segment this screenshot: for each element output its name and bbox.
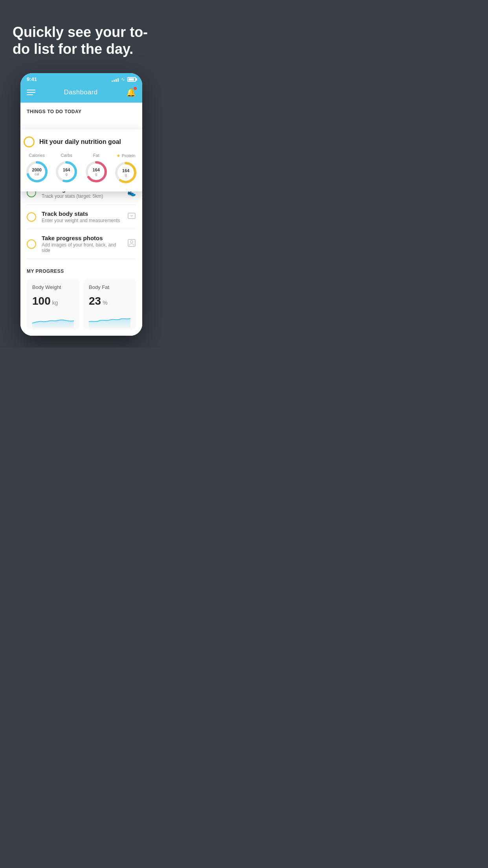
body-weight-card-title: Body Weight — [32, 284, 74, 290]
nutrition-card-header: Hit your daily nutrition goal — [24, 136, 139, 147]
hero-title: Quickly see your to-do list for the day. — [13, 24, 150, 57]
wifi-icon: ∿ — [121, 77, 125, 82]
todo-list: Running Track your stats (target: 5km) 👟… — [20, 180, 142, 259]
things-to-do-header: THINGS TO DO TODAY — [20, 103, 142, 118]
protein-label: ★ Protein — [116, 153, 136, 158]
progress-cards: Body Weight 100 kg — [27, 279, 136, 329]
carbs-unit: g — [63, 172, 70, 176]
todo-item-body-stats[interactable]: Track body stats Enter your weight and m… — [27, 205, 136, 229]
nutrition-card-title: Hit your daily nutrition goal — [39, 138, 121, 145]
calories-unit: cal — [32, 172, 42, 176]
nutrition-metrics: Calories 2000 cal — [24, 153, 139, 184]
calories-donut: 2000 cal — [25, 160, 49, 184]
header-title: Dashboard — [64, 88, 98, 96]
nutrition-check-circle — [24, 136, 35, 147]
running-subtitle: Track your stats (target: 5km) — [42, 193, 122, 199]
body-weight-unit: kg — [52, 300, 58, 306]
hamburger-menu-icon[interactable] — [27, 90, 35, 95]
body-fat-value-row: 23 % — [89, 295, 130, 307]
protein-donut: 164 g — [114, 161, 138, 184]
body-weight-value-row: 100 kg — [32, 295, 74, 307]
scale-icon — [127, 211, 136, 222]
progress-photos-subtitle: Add images of your front, back, and side — [42, 242, 122, 253]
status-icons: ∿ — [112, 77, 136, 82]
status-bar: 9:41 ∿ — [20, 73, 142, 84]
progress-section: MY PROGRESS Body Weight 100 kg — [20, 259, 142, 336]
status-time: 9:41 — [27, 76, 37, 82]
body-stats-subtitle: Enter your weight and measurements — [42, 218, 122, 223]
body-stats-title: Track body stats — [42, 210, 122, 217]
svg-rect-8 — [128, 213, 135, 219]
body-weight-card: Body Weight 100 kg — [27, 279, 79, 329]
progress-photos-title: Take progress photos — [42, 235, 122, 241]
app-body: THINGS TO DO TODAY Hit your daily nutrit… — [20, 103, 142, 336]
calories-metric: Calories 2000 cal — [25, 153, 49, 184]
notification-bell-icon[interactable]: 🔔 — [126, 88, 136, 97]
phone-mockup: 9:41 ∿ Dashboard 🔔 THI — [20, 73, 142, 336]
body-stats-content: Track body stats Enter your weight and m… — [42, 210, 122, 223]
app-header: Dashboard 🔔 — [20, 84, 142, 103]
body-fat-chart — [89, 312, 130, 328]
svg-point-12 — [130, 241, 133, 243]
protein-metric: ★ Protein 164 g — [114, 153, 138, 184]
nutrition-card: Hit your daily nutrition goal Calories — [20, 129, 142, 191]
body-fat-card: Body Fat 23 % — [83, 279, 136, 329]
body-stats-check-circle — [27, 212, 36, 222]
fat-value: 164 — [93, 167, 100, 172]
fat-donut: 164 g — [84, 160, 108, 184]
body-weight-chart — [32, 312, 74, 328]
protein-value: 164 — [122, 168, 129, 173]
todo-item-progress-photos[interactable]: Take progress photos Add images of your … — [27, 229, 136, 259]
body-fat-unit: % — [103, 300, 107, 306]
battery-icon — [127, 77, 136, 82]
fat-label: Fat — [93, 153, 99, 158]
body-weight-value: 100 — [32, 295, 51, 307]
carbs-metric: Carbs 164 g — [55, 153, 78, 184]
carbs-label: Carbs — [61, 153, 72, 158]
body-fat-value: 23 — [89, 295, 101, 307]
progress-photos-check-circle — [27, 239, 36, 249]
person-icon — [127, 239, 136, 249]
calories-value: 2000 — [32, 167, 42, 172]
progress-photos-content: Take progress photos Add images of your … — [42, 235, 122, 253]
carbs-value: 164 — [63, 167, 70, 172]
progress-section-title: MY PROGRESS — [27, 268, 136, 274]
body-fat-card-title: Body Fat — [89, 284, 130, 290]
calories-label: Calories — [29, 153, 45, 158]
protein-star-icon: ★ — [116, 153, 121, 158]
protein-unit: g — [122, 173, 129, 177]
signal-icon — [112, 77, 119, 82]
hero-section: Quickly see your to-do list for the day. — [0, 0, 163, 65]
notification-dot — [134, 87, 137, 90]
carbs-donut: 164 g — [55, 160, 78, 184]
fat-metric: Fat 164 g — [84, 153, 108, 184]
fat-unit: g — [93, 172, 100, 176]
